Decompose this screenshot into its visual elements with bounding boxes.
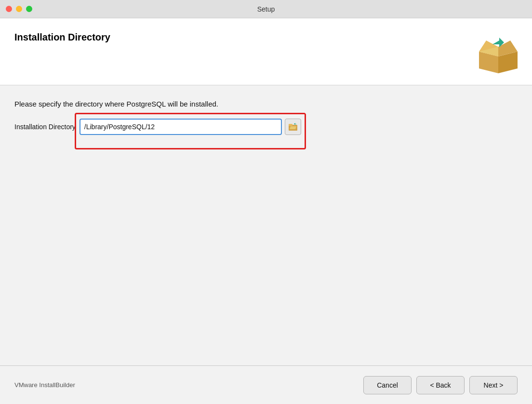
main-content: Installation Directory Please specify th… [0, 18, 532, 404]
title-bar: Setup [0, 0, 532, 18]
svg-marker-3 [294, 123, 297, 125]
footer: VMware InstallBuilder Cancel < Back Next… [0, 365, 532, 404]
input-highlight-wrapper [80, 119, 301, 135]
installer-icon [474, 30, 518, 73]
window-title: Setup [257, 5, 275, 13]
page-title: Installation Directory [14, 30, 110, 43]
brand-label: VMware InstallBuilder [14, 381, 75, 389]
field-label: Installation Directory [14, 123, 76, 131]
maximize-button[interactable] [26, 6, 32, 12]
footer-buttons: Cancel < Back Next > [363, 376, 518, 394]
back-button[interactable]: < Back [416, 376, 465, 394]
svg-marker-2 [290, 126, 296, 129]
description-text: Please specify the directory where Postg… [14, 100, 518, 108]
folder-icon [289, 123, 297, 131]
directory-input[interactable] [80, 119, 282, 135]
body-section: Please specify the directory where Postg… [0, 85, 532, 365]
header-section: Installation Directory [0, 18, 532, 85]
window-controls [6, 6, 32, 12]
browse-button[interactable] [285, 119, 301, 135]
close-button[interactable] [6, 6, 12, 12]
next-button[interactable]: Next > [469, 376, 518, 394]
svg-rect-1 [289, 124, 293, 126]
field-row: Installation Directory [14, 119, 518, 135]
cancel-button[interactable]: Cancel [363, 376, 412, 394]
minimize-button[interactable] [16, 6, 22, 12]
